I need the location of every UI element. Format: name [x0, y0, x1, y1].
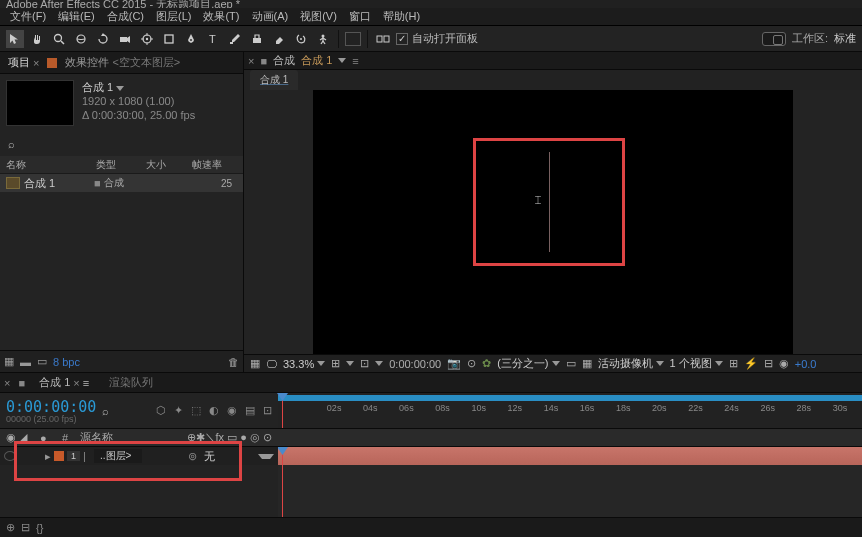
- project-tab[interactable]: 项目 ×: [4, 53, 43, 72]
- search-icon[interactable]: ⌕: [8, 138, 15, 150]
- roi-icon[interactable]: ▭: [566, 357, 576, 370]
- col-name[interactable]: 名称: [0, 158, 90, 172]
- zoom-dropdown[interactable]: 33.3%: [283, 358, 325, 370]
- render-queue-tab[interactable]: 渲染队列: [103, 373, 159, 392]
- project-item-row[interactable]: 合成 1 ■ 合成 25: [0, 174, 243, 192]
- dropdown-icon[interactable]: [116, 86, 124, 91]
- parent-dropdown-icon[interactable]: [258, 454, 274, 459]
- col-fps[interactable]: 帧速率: [186, 158, 228, 172]
- shy-icon[interactable]: ⬚: [191, 404, 201, 417]
- expand-icon[interactable]: ▸: [45, 450, 51, 463]
- fast-preview-icon[interactable]: ⚡: [744, 357, 758, 370]
- always-preview-icon[interactable]: ▦: [250, 357, 260, 370]
- menu-file[interactable]: 文件(F): [4, 9, 52, 24]
- color-swatch[interactable]: [345, 32, 361, 46]
- timecode-display[interactable]: 0:00:00:00: [389, 358, 441, 370]
- menu-effect[interactable]: 效果(T): [197, 9, 245, 24]
- grid-icon[interactable]: ⊞: [331, 357, 340, 370]
- workspace-label: 工作区:: [792, 31, 828, 46]
- dropdown-icon[interactable]: [338, 58, 346, 63]
- svg-point-5: [146, 37, 148, 39]
- composition-thumbnail[interactable]: [6, 80, 74, 126]
- pan-behind-tool[interactable]: [138, 30, 156, 48]
- puppet-tool[interactable]: [314, 30, 332, 48]
- brainstorm-icon[interactable]: ⊡: [263, 404, 272, 417]
- layer-color-icon[interactable]: [54, 451, 64, 461]
- resolution-dropdown[interactable]: (三分之一): [497, 356, 559, 371]
- selection-tool[interactable]: [6, 30, 24, 48]
- view-layout-dropdown[interactable]: 1 个视图: [670, 356, 723, 371]
- hand-tool[interactable]: [28, 30, 46, 48]
- auto-open-checkbox[interactable]: ✓: [396, 33, 408, 45]
- menu-animation[interactable]: 动画(A): [246, 9, 295, 24]
- menu-edit[interactable]: 编辑(E): [52, 9, 101, 24]
- layer-duration-bar[interactable]: [278, 447, 862, 465]
- folder-icon[interactable]: ▬: [20, 356, 31, 368]
- viewer-comp-name[interactable]: 合成 1: [301, 53, 332, 68]
- comp-mini-flowchart-icon[interactable]: ⬡: [156, 404, 166, 417]
- workspace-indicator-icon: [762, 32, 786, 46]
- layer-options-icon[interactable]: ⊚: [188, 450, 197, 463]
- eraser-tool[interactable]: [270, 30, 288, 48]
- graph-editor-icon[interactable]: ▤: [245, 404, 255, 417]
- zoom-tool[interactable]: [50, 30, 68, 48]
- shape-tool[interactable]: [160, 30, 178, 48]
- snapping-icon[interactable]: [374, 30, 392, 48]
- orbit-tool[interactable]: [72, 30, 90, 48]
- new-comp-icon[interactable]: ▭: [37, 355, 47, 368]
- effects-tab[interactable]: 效果控件 <空文本图层>: [61, 53, 184, 72]
- timeline-tracks[interactable]: [278, 447, 862, 517]
- menu-layer[interactable]: 图层(L): [150, 9, 197, 24]
- toggle-modes-icon[interactable]: ⊟: [21, 521, 30, 534]
- composition-canvas[interactable]: ⌶: [313, 90, 793, 354]
- channel-icon[interactable]: ✿: [482, 357, 491, 370]
- draft3d-icon[interactable]: ✦: [174, 404, 183, 417]
- pen-tool[interactable]: [182, 30, 200, 48]
- menu-window[interactable]: 窗口: [343, 9, 377, 24]
- close-icon[interactable]: ×: [33, 57, 39, 69]
- pixel-aspect-icon[interactable]: ⊞: [729, 357, 738, 370]
- parent-none[interactable]: 无: [204, 449, 215, 464]
- close-icon[interactable]: ×: [248, 55, 254, 67]
- menu-composition[interactable]: 合成(C): [101, 9, 150, 24]
- monitor-icon[interactable]: 🖵: [266, 358, 277, 370]
- toggle-switches-icon[interactable]: ⊕: [6, 521, 15, 534]
- visibility-icon[interactable]: [4, 451, 16, 461]
- frame-blend-icon[interactable]: ◐: [209, 404, 219, 417]
- playhead[interactable]: [282, 393, 283, 428]
- time-ruler[interactable]: 02s04s06s08s10s12s14s16s18s20s22s24s26s2…: [278, 393, 862, 428]
- timeline-comp-tab[interactable]: 合成 1 × ≡: [33, 373, 95, 392]
- mask-icon[interactable]: ⊡: [360, 357, 369, 370]
- menu-help[interactable]: 帮助(H): [377, 9, 426, 24]
- col-type[interactable]: 类型: [90, 158, 140, 172]
- col-size[interactable]: 大小: [140, 158, 186, 172]
- layer-name[interactable]: ..图层>: [94, 449, 142, 463]
- interpret-icon[interactable]: ▦: [4, 355, 14, 368]
- toggle-transform-icon[interactable]: {}: [36, 522, 43, 534]
- transparency-icon[interactable]: ▦: [582, 357, 592, 370]
- clone-tool[interactable]: [248, 30, 266, 48]
- timecode-display[interactable]: 0:00:00:00 00000 (25.00 fps): [6, 398, 96, 424]
- layer-row[interactable]: ▸ 1 | ..图层> ⊚ 无: [0, 447, 278, 465]
- camera-tool[interactable]: [116, 30, 134, 48]
- snapshot-icon[interactable]: 📷: [447, 357, 461, 370]
- workspace-dropdown[interactable]: 标准: [834, 31, 856, 46]
- menu-view[interactable]: 视图(V): [294, 9, 343, 24]
- col-source-name[interactable]: 源名称: [80, 430, 113, 445]
- camera-dropdown[interactable]: 活动摄像机: [598, 356, 664, 371]
- timeline-icon[interactable]: ⊟: [764, 357, 773, 370]
- trash-icon[interactable]: 🗑: [228, 356, 239, 368]
- close-icon[interactable]: ×: [4, 377, 10, 389]
- motion-blur-icon[interactable]: ◉: [227, 404, 237, 417]
- viewer-subtab[interactable]: 合成 1: [250, 70, 298, 90]
- show-snapshot-icon[interactable]: ⊙: [467, 357, 476, 370]
- panel-menu-icon[interactable]: ≡: [352, 55, 358, 67]
- roto-tool[interactable]: [292, 30, 310, 48]
- bpc-button[interactable]: 8 bpc: [53, 356, 80, 368]
- exposure-value[interactable]: +0.0: [795, 358, 817, 370]
- text-tool[interactable]: T: [204, 30, 222, 48]
- search-icon[interactable]: ⌕: [102, 405, 109, 417]
- brush-tool[interactable]: [226, 30, 244, 48]
- flowchart-icon[interactable]: ◉: [779, 357, 789, 370]
- rotation-tool[interactable]: [94, 30, 112, 48]
